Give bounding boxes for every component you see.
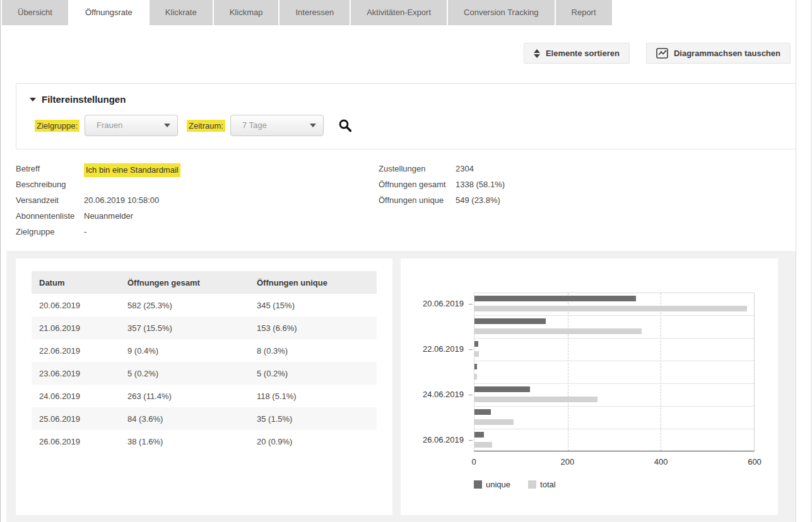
tab-interessen[interactable]: Interessen: [279, 0, 350, 25]
vertical-scrollbar[interactable]: [796, 0, 811, 522]
search-icon[interactable]: [338, 118, 353, 133]
bar-unique: [474, 318, 546, 324]
detail-row-abonnentenliste: AbonnentenlisteNeuanmelder: [16, 211, 180, 226]
detail-value: Neuanmelder: [84, 211, 133, 222]
table-cell: 118 (5.1%): [249, 385, 377, 407]
bar-unique: [474, 409, 491, 415]
chart-legend: uniquetotal: [474, 480, 556, 489]
mailing-statistics: Zustellungen2304Öffnungen gesamt1338 (58…: [379, 163, 505, 211]
bar-total: [474, 351, 479, 357]
detail-row-versandzeit: Versandzeit20.06.2019 10:58:00: [16, 195, 180, 211]
mailing-details: BetreffIch bin eine StandardmailBeschrei…: [16, 163, 180, 242]
time-range-dropdown[interactable]: 7 Tage: [230, 115, 324, 136]
table-cell: 5 (0.2%): [249, 362, 377, 385]
bar-chart-plot: [474, 293, 755, 451]
tab-report[interactable]: Report: [556, 0, 612, 25]
table-cell: 38 (1.6%): [120, 430, 249, 453]
y-axis-label: 20.06.2019: [401, 299, 464, 308]
target-group-label: Zielgruppe:: [35, 120, 79, 132]
table-cell: 357 (15.5%): [120, 316, 249, 339]
table-cell: 21.06.2019: [32, 316, 120, 339]
x-axis-tick-label: 200: [560, 457, 574, 467]
table-cell: 26.06.2019: [32, 430, 120, 453]
bar-total: [474, 442, 492, 448]
x-axis-labels: 0200400600: [474, 457, 755, 467]
detail-label: Zielgruppe: [16, 226, 84, 238]
chart-band-20-06-2019: [474, 293, 754, 316]
tab-conversion-tracking[interactable]: Conversion Tracking: [448, 0, 555, 25]
legend-label: total: [540, 480, 556, 489]
detail-row-öffnungen-unique: Öffnungen unique549 (23.8%): [379, 195, 505, 211]
table-cell: 8 (0.3%): [249, 339, 377, 362]
legend-item-total: total: [528, 480, 556, 489]
filter-settings-panel: Filtereinstellungen Zielgruppe: Frauen Z…: [16, 83, 796, 149]
detail-row-zielgruppe: Zielgruppe-: [16, 226, 180, 242]
detail-label: Beschreibung: [16, 179, 84, 190]
table-cell: 345 (15%): [249, 294, 377, 316]
chevron-down-icon: [164, 124, 170, 127]
table-column-header: Öffnungen unique: [249, 271, 377, 294]
table-cell: 24.06.2019: [32, 385, 120, 407]
target-group-value: Frauen: [97, 120, 122, 130]
bar-total: [474, 328, 642, 334]
table-row: 24.06.2019263 (11.4%)118 (5.1%): [32, 385, 377, 407]
table-row: 20.06.2019582 (25.3%)345 (15%): [32, 294, 377, 316]
bar-unique: [474, 364, 477, 369]
chevron-down-icon: [310, 124, 316, 127]
bar-unique: [474, 432, 484, 438]
tab-klickrate[interactable]: Klickrate: [150, 0, 213, 25]
tab-klickmap[interactable]: Klickmap: [214, 0, 279, 25]
table-column-header: Datum: [32, 271, 120, 294]
table-cell: 20 (0.9%): [249, 430, 377, 453]
detail-label: Öffnungen unique: [379, 195, 456, 206]
openings-table-card: DatumÖffnungen gesamtÖffnungen unique 20…: [16, 258, 392, 515]
detail-label: Öffnungen gesamt: [379, 179, 456, 190]
table-row: 25.06.201984 (3.6%)35 (1.5%): [32, 407, 377, 430]
legend-label: unique: [486, 480, 510, 489]
x-axis-tick-label: 400: [654, 457, 668, 467]
detail-value: Ich bin eine Standardmail: [84, 163, 180, 177]
detail-value: 1338 (58.1%): [456, 179, 505, 190]
detail-value: 2304: [456, 163, 474, 175]
table-cell: 22.06.2019: [32, 339, 120, 362]
detail-value: 20.06.2019 10:58:00: [84, 195, 159, 206]
chart-band-21-06-2019: [474, 316, 754, 339]
detail-label: Zustellungen: [379, 163, 456, 175]
table-header-row: DatumÖffnungen gesamtÖffnungen unique: [32, 271, 377, 294]
y-axis-tick: [469, 349, 473, 350]
collapse-arrow-icon: [30, 98, 36, 102]
filter-controls-row: Zielgruppe: Frauen Zeitraum: 7 Tage: [35, 115, 353, 136]
detail-row-beschreibung: Beschreibung: [16, 179, 180, 195]
sort-elements-button[interactable]: Elemente sortieren: [524, 43, 630, 64]
tab-aktivitäten-export[interactable]: Aktivitäten-Export: [351, 0, 447, 25]
table-cell: 35 (1.5%): [249, 407, 377, 430]
detail-label: Betreff: [16, 163, 84, 175]
table-cell: 25.06.2019: [32, 407, 120, 430]
sort-elements-label: Elemente sortieren: [546, 49, 620, 58]
report-tab-bar: ÜbersichtÖffnungsrateKlickrateKlickmapIn…: [2, 0, 613, 25]
swap-chart-axes-button[interactable]: Diagrammachsen tauschen: [646, 43, 791, 64]
swap-chart-axes-label: Diagrammachsen tauschen: [674, 49, 780, 58]
time-range-label: Zeitraum:: [187, 120, 225, 132]
y-axis-label: 26.06.2019: [401, 435, 464, 444]
filter-settings-title: Filtereinstellungen: [42, 94, 126, 105]
tab-übersicht[interactable]: Übersicht: [2, 0, 68, 25]
filter-settings-toggle[interactable]: Filtereinstellungen: [30, 94, 126, 105]
chart-band-26-06-2019: [474, 429, 754, 452]
results-panel: DatumÖffnungen gesamtÖffnungen unique 20…: [6, 251, 796, 522]
y-axis-tick: [469, 440, 473, 441]
x-axis-tick-label: 600: [748, 457, 762, 467]
table-row: 23.06.20195 (0.2%)5 (0.2%): [32, 362, 377, 385]
table-cell: 20.06.2019: [32, 294, 120, 316]
detail-label: Versandzeit: [16, 195, 84, 206]
table-cell: 84 (3.6%): [120, 407, 249, 430]
detail-row-öffnungen-gesamt: Öffnungen gesamt1338 (58.1%): [379, 179, 505, 195]
legend-swatch: [528, 480, 536, 489]
openings-table: DatumÖffnungen gesamtÖffnungen unique 20…: [32, 271, 377, 453]
chart-toolbar: Elemente sortieren Diagrammachsen tausch…: [524, 43, 791, 64]
legend-item-unique: unique: [474, 480, 510, 489]
y-axis-tick: [469, 304, 473, 304]
target-group-dropdown[interactable]: Frauen: [85, 115, 178, 136]
tab-öffnungsrate[interactable]: Öffnungsrate: [69, 0, 148, 25]
bar-total: [474, 419, 514, 425]
